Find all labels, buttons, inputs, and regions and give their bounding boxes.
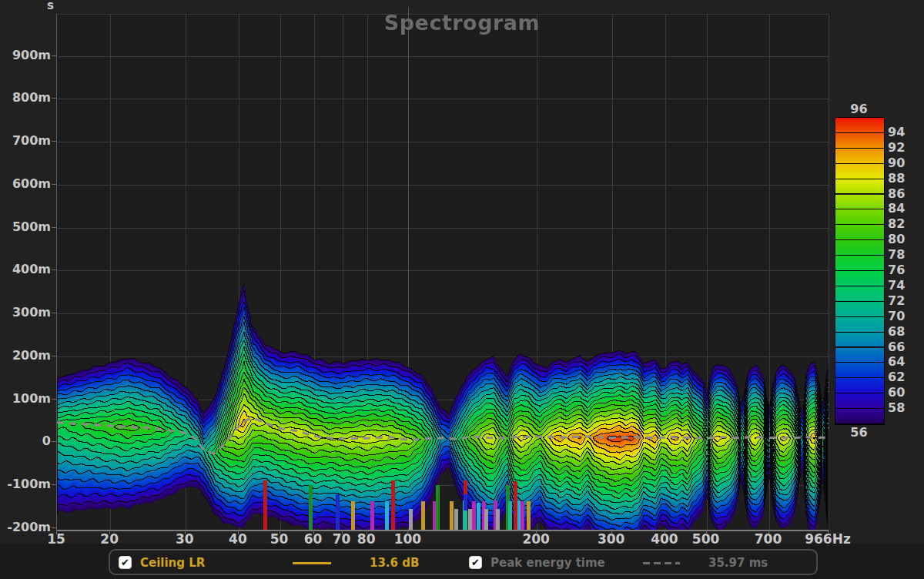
colorbar-tick-label: 82 [888,216,919,231]
y-tick-label: 800m [0,90,51,105]
y-tick-label: 500m [0,219,51,234]
y-tick-mark [52,527,56,528]
colorbar-tick-label: 94 [888,125,919,139]
colorbar-segment [835,225,884,240]
x-tick-mark [828,530,829,534]
y-tick-label: 700m [0,133,51,148]
colorbar-segment [835,286,884,302]
legend-bar: ✔ Ceiling LR 13.6 dB ✔ Peak energy time … [109,549,818,575]
colorbar-segment [835,240,884,256]
colorbar-segment [835,409,884,424]
colorbar-tick-label: 92 [888,140,919,155]
colorbar-tick-label: 58 [888,400,919,415]
peak-energy-value: 35.97 ms [708,556,768,570]
trace-label: Ceiling LR [140,556,205,570]
colorbar-segment [835,348,884,363]
spectrogram-canvas[interactable] [57,15,829,530]
x-tick-mark [367,530,367,534]
colorbar-tick-label: 72 [888,293,919,308]
y-tick-label: 100m [0,391,51,406]
y-tick-label: 200m [0,348,51,363]
y-tick-mark [52,484,56,485]
x-tick-mark [280,530,280,534]
colorbar-segment [835,179,884,195]
colorbar-tick-label: 84 [888,201,919,216]
x-tick-mark [611,530,612,534]
y-tick-mark [52,141,56,142]
trace-checkbox[interactable]: ✔ [119,556,132,569]
colorbar-segment [835,149,884,164]
y-tick-label: 0 [0,433,51,448]
colorbar-max-label: 96 [835,102,883,116]
x-tick-mark [407,530,408,534]
colorbar-segment [835,118,884,133]
peak-energy-checkbox[interactable]: ✔ [469,556,482,569]
colorbar [835,117,885,425]
colorbar-segment [835,393,884,409]
colorbar-segment [835,209,884,225]
colorbar-tick-label: 62 [888,370,919,384]
x-tick-mark [185,530,186,534]
y-tick-mark [52,269,56,270]
peak-energy-label: Peak energy time [490,556,605,570]
colorbar-tick-label: 64 [888,354,919,369]
colorbar-tick-label: 90 [888,156,919,170]
y-tick-mark [52,399,56,400]
x-tick-mark [238,530,239,534]
x-tick-mark [56,530,57,534]
y-tick-mark [52,184,56,185]
colorbar-tick-label: 60 [888,385,919,400]
y-tick-mark [52,227,56,228]
spectrogram-window: s Spectrogram 900m800m700m600m500m400m30… [0,0,924,579]
colorbar-segment [835,133,884,149]
colorbar-min-label: 56 [835,425,883,440]
colorbar-tick-label: 70 [888,309,919,323]
colorbar-segment [835,302,884,317]
x-tick-mark [768,530,769,534]
y-tick-mark [52,55,56,56]
colorbar-tick-label: 86 [888,186,919,201]
colorbar-segment [835,378,884,393]
y-tick-label: -100m [0,477,51,491]
colorbar-segment [835,363,884,378]
colorbar-segment [835,195,884,210]
peak-energy-line-sample [643,562,680,564]
y-tick-label: 600m [0,176,51,191]
colorbar-segment [835,271,884,286]
colorbar-tick-label: 76 [888,263,919,277]
colorbar-tick-label: 74 [888,278,919,293]
x-tick-mark [706,530,707,534]
y-tick-mark [52,441,56,442]
colorbar-tick-label: 88 [888,171,919,186]
colorbar-segment [835,333,884,348]
y-tick-mark [52,98,56,99]
y-tick-mark [52,356,56,356]
colorbar-segment [835,317,884,333]
trace-line-sample [293,562,331,564]
colorbar-segment [835,164,884,179]
trace-value: 13.6 dB [370,556,419,570]
y-tick-label: 300m [0,305,51,320]
x-tick-mark [665,530,665,534]
colorbar-tick-label: 78 [888,247,919,262]
y-tick-label: 400m [0,262,51,276]
x-tick-mark [109,530,110,534]
colorbar-tick-label: 68 [888,324,919,339]
colorbar-tick-label: 80 [888,232,919,246]
colorbar-tick-label: 66 [888,340,919,354]
x-tick-mark [536,530,537,534]
colorbar-segment [835,256,884,271]
plot-area [56,14,829,531]
y-tick-mark [52,313,56,313]
y-tick-label: 900m [0,48,51,62]
chart-title: Spectrogram [0,11,924,35]
